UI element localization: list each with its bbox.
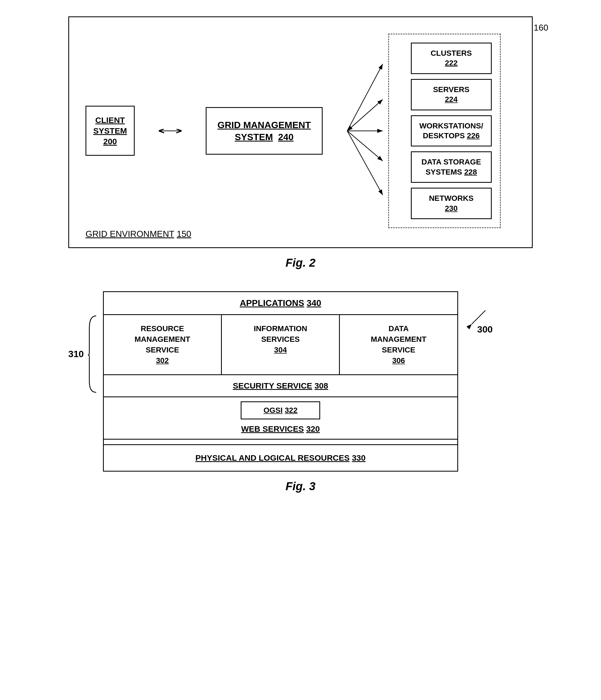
ogsi-webservices-area: OGSI 322 WEB SERVICES 320	[104, 397, 457, 440]
fig2-inner: CLIENT SYSTEM 200	[85, 33, 516, 228]
physical-row: PHYSICAL AND LOGICAL RESOURCES 330	[104, 445, 457, 471]
svg-line-5	[347, 131, 383, 195]
clusters-box: CLUSTERS222	[411, 43, 492, 74]
services-row: RESOURCEMANAGEMENTSERVICE302 INFORMATION…	[104, 315, 457, 375]
client-system-box: CLIENT SYSTEM 200	[85, 106, 135, 156]
workstations-box: WORKSTATIONS/DESKTOPS 226	[411, 115, 492, 147]
applications-row: APPLICATIONS 340	[104, 292, 457, 315]
svg-line-4	[347, 131, 383, 161]
grid-management-box: GRID MANAGEMENT SYSTEM 240	[206, 107, 323, 155]
fig2-container: 160 GRID ENVIRONMENT 150 CLIENT SYSTEM 2…	[55, 17, 546, 269]
fig2-diagram: 160 GRID ENVIRONMENT 150 CLIENT SYSTEM 2…	[68, 17, 533, 248]
data-management-cell: DATAMANAGEMENTSERVICE306	[340, 315, 457, 374]
security-service-row: SECURITY SERVICE 308	[104, 375, 457, 397]
ogsi-box: OGSI 322	[241, 401, 320, 419]
grid-env-label: GRID ENVIRONMENT 150	[85, 229, 191, 239]
fig3-container: 310 APPLICATIONS 340 RESOURCEMANAGEMENTS…	[55, 291, 546, 493]
resource-management-cell: RESOURCEMANAGEMENTSERVICE302	[104, 315, 222, 374]
fig2-label-160: 160	[534, 23, 548, 33]
data-storage-box: DATA STORAGESYSTEMS 228	[411, 151, 492, 183]
networks-box: NETWORKS230	[411, 188, 492, 219]
client-grid-arrow	[156, 125, 184, 136]
fig3-wrapper: 310 APPLICATIONS 340 RESOURCEMANAGEMENTS…	[68, 291, 533, 472]
resources-area: CLUSTERS222 SERVERS224 WORKSTATIONS/DESK…	[345, 33, 516, 228]
svg-line-6	[472, 310, 485, 324]
fig3-310-label: 310	[68, 349, 84, 359]
arrows-to-resources	[345, 46, 388, 216]
fig3-300-area: 300	[466, 291, 493, 335]
resources-dashed-box: CLUSTERS222 SERVERS224 WORKSTATIONS/DESK…	[388, 33, 501, 228]
fig3-diagram: APPLICATIONS 340 RESOURCEMANAGEMENTSERVI…	[103, 291, 458, 472]
fig2-caption: Fig. 2	[285, 256, 316, 269]
fig3-brace-svg	[86, 315, 98, 394]
svg-line-2	[347, 99, 383, 131]
servers-box: SERVERS224	[411, 79, 492, 110]
webservices-label: WEB SERVICES 320	[241, 422, 320, 435]
svg-line-1	[347, 64, 383, 131]
information-services-cell: INFORMATIONSERVICES304	[222, 315, 340, 374]
fig3-brace-area: 310	[68, 291, 98, 394]
double-arrow-svg	[156, 125, 184, 136]
spacer-row	[104, 440, 457, 445]
fig3-300-label: 300	[477, 324, 493, 335]
fig3-caption: Fig. 3	[285, 480, 316, 493]
